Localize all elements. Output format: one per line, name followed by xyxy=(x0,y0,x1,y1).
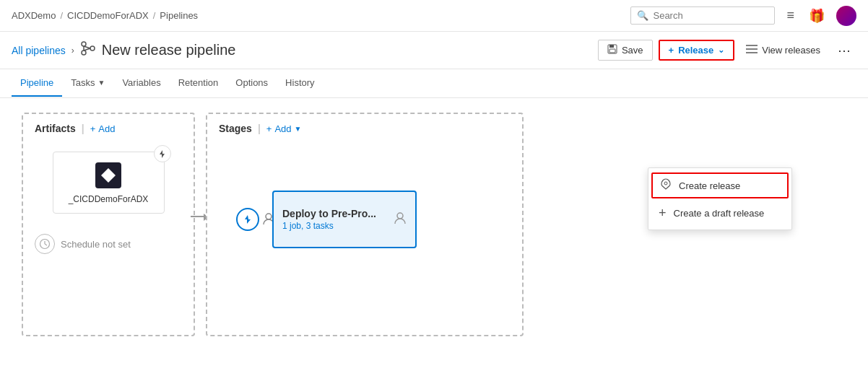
artifacts-add-plus-icon: + xyxy=(90,123,96,134)
search-input[interactable] xyxy=(653,10,768,21)
create-draft-release-label: Create a draft release xyxy=(674,208,765,219)
release-button[interactable]: + Release ⌄ xyxy=(659,40,735,61)
artifacts-add-button[interactable]: + Add xyxy=(90,123,116,134)
breadcrumb-pipelines[interactable]: Pipelines xyxy=(160,10,198,21)
search-box[interactable]: 🔍 xyxy=(630,6,775,25)
svg-rect-7 xyxy=(609,45,614,48)
view-releases-label: View releases xyxy=(762,45,820,56)
breadcrumb-cicddemo[interactable]: CICDDemoForADX xyxy=(67,10,149,21)
stages-header: Stages | + Add ▼ xyxy=(207,114,522,140)
artifacts-header: Artifacts | + Add xyxy=(23,114,194,140)
artifact-logo-icon xyxy=(95,162,121,188)
stage-person-right-icon[interactable] xyxy=(394,211,407,228)
tabs-bar: Pipeline Tasks ▼ Variables Retention Opt… xyxy=(0,69,868,98)
stages-add-chevron-icon: ▼ xyxy=(295,125,302,133)
release-dropdown-menu: Create release + Create a draft release xyxy=(648,167,792,230)
save-icon xyxy=(607,44,617,56)
stages-sep: | xyxy=(258,123,261,134)
svg-point-1 xyxy=(82,51,86,55)
stages-box: Stages | + Add ▼ Deploy to Pre-Pro... xyxy=(206,113,524,336)
svg-line-16 xyxy=(45,244,47,245)
titlebar-right: Save + Release ⌄ View releases ⋯ xyxy=(598,40,856,61)
schedule-icon[interactable] xyxy=(35,234,55,254)
tab-pipeline[interactable]: Pipeline xyxy=(12,70,62,97)
breadcrumb-adxdemo[interactable]: ADXDemo xyxy=(12,10,56,21)
release-plus-icon: + xyxy=(669,45,674,56)
artifacts-box: Artifacts | + Add _CICDDemoForADX xyxy=(22,113,195,336)
pipeline-canvas: Artifacts | + Add _CICDDemoForADX xyxy=(0,98,868,376)
stages-title: Stages xyxy=(219,123,252,134)
breadcrumb: ADXDemo / CICDDemoForADX / Pipelines xyxy=(12,10,198,21)
svg-point-2 xyxy=(90,46,95,51)
release-label: Release xyxy=(678,45,713,56)
all-pipelines-link[interactable]: All pipelines xyxy=(12,45,66,56)
titlebar-left: All pipelines › New release pipeline xyxy=(12,40,235,60)
svg-point-19 xyxy=(397,213,403,219)
topbar-right: 🔍 ≡ 🎁 xyxy=(630,5,856,27)
artifact-trigger-badge[interactable] xyxy=(154,145,171,162)
gift-icon[interactable]: 🎁 xyxy=(806,5,828,27)
artifacts-title: Artifacts xyxy=(35,123,76,134)
stage-card-content: Deploy to Pre-Pro... 1 job, 3 tasks xyxy=(282,208,386,231)
view-releases-button[interactable]: View releases xyxy=(740,40,826,60)
svg-rect-8 xyxy=(609,49,615,53)
stage-card[interactable]: Deploy to Pre-Pro... 1 job, 3 tasks xyxy=(272,191,417,248)
tab-retention[interactable]: Retention xyxy=(170,70,227,97)
create-release-item[interactable]: Create release xyxy=(651,172,789,198)
breadcrumb-sep2: / xyxy=(153,10,156,21)
schedule-label: Schedule not set xyxy=(61,239,131,250)
create-draft-release-item[interactable]: + Create a draft release xyxy=(648,200,791,227)
view-releases-icon xyxy=(746,44,758,56)
svg-point-0 xyxy=(82,42,86,46)
stages-add-plus-icon: + xyxy=(266,123,272,134)
save-button[interactable]: Save xyxy=(598,40,653,61)
search-icon: 🔍 xyxy=(637,10,648,21)
pipeline-nav-icon xyxy=(80,40,96,60)
stage-trigger-icon[interactable] xyxy=(236,208,259,231)
svg-line-5 xyxy=(84,46,90,48)
tasks-chevron-icon: ▼ xyxy=(98,79,105,87)
page-title: New release pipeline xyxy=(102,42,236,58)
topbar: ADXDemo / CICDDemoForADX / Pipelines 🔍 ≡… xyxy=(0,0,868,32)
svg-marker-13 xyxy=(101,168,116,183)
release-chevron-icon: ⌄ xyxy=(718,45,724,55)
svg-point-20 xyxy=(664,182,667,185)
artifacts-sep: | xyxy=(82,123,84,134)
save-label: Save xyxy=(622,45,643,56)
rocket-icon xyxy=(660,178,672,193)
stage-card-subtitle[interactable]: 1 job, 3 tasks xyxy=(282,221,386,231)
more-button[interactable]: ⋯ xyxy=(832,40,856,61)
titlebar: All pipelines › New release pipeline xyxy=(0,32,868,69)
stages-add-label: Add xyxy=(274,123,291,134)
stages-add-button[interactable]: + Add ▼ xyxy=(266,123,302,134)
artifact-name: _CICDDemoForADX xyxy=(69,194,149,204)
stage-card-title: Deploy to Pre-Pro... xyxy=(282,208,386,219)
create-release-label: Create release xyxy=(679,180,740,191)
svg-marker-17 xyxy=(245,215,251,224)
breadcrumb-chevron-icon: › xyxy=(71,45,74,56)
artifact-card[interactable]: _CICDDemoForADX xyxy=(53,152,165,214)
create-draft-plus-icon: + xyxy=(659,206,667,221)
svg-point-18 xyxy=(266,214,272,219)
tab-options[interactable]: Options xyxy=(227,70,277,97)
schedule-area: Schedule not set xyxy=(23,225,194,263)
list-icon[interactable]: ≡ xyxy=(784,5,797,26)
breadcrumb-sep1: / xyxy=(60,10,63,21)
tab-variables[interactable]: Variables xyxy=(113,70,169,97)
avatar[interactable] xyxy=(836,6,856,26)
tab-tasks[interactable]: Tasks ▼ xyxy=(62,70,113,97)
artifacts-add-label: Add xyxy=(98,123,115,134)
tab-history[interactable]: History xyxy=(277,70,323,97)
svg-marker-12 xyxy=(160,150,165,158)
svg-line-4 xyxy=(84,48,90,51)
